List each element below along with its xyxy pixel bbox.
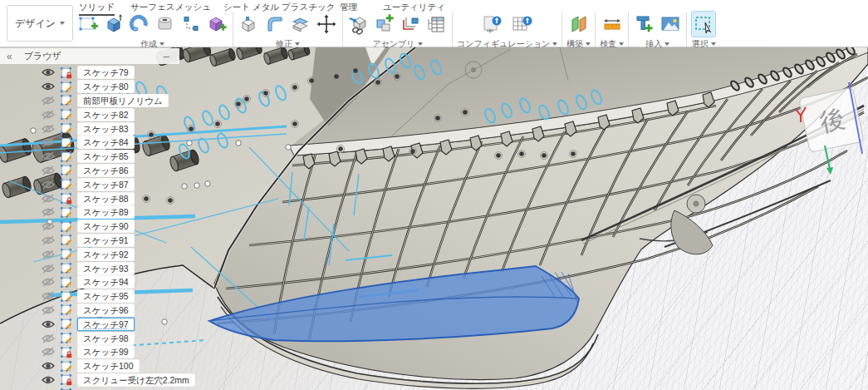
fillet-button[interactable]: [263, 12, 287, 37]
insert-derive-button[interactable]: [347, 12, 370, 37]
visibility-eye-off-icon[interactable]: [42, 221, 56, 232]
browser-item-17[interactable]: スケッチ95: [0, 289, 179, 304]
visibility-eye-off-icon[interactable]: [42, 304, 56, 315]
browser-item-label[interactable]: スケッチ87: [77, 178, 135, 191]
configuration-table-button[interactable]: [508, 12, 536, 37]
visibility-eye-off-icon[interactable]: [42, 137, 56, 148]
browser-item-label[interactable]: スケッチ91: [77, 234, 135, 247]
new-component-button[interactable]: [373, 12, 396, 37]
browser-item-label[interactable]: スケッチ83: [77, 122, 135, 136]
browser-item-4[interactable]: スケッチ82: [0, 107, 179, 121]
visibility-eye-off-icon[interactable]: [42, 193, 56, 204]
visibility-eye-off-icon[interactable]: [42, 207, 56, 218]
browser-item-label[interactable]: 前部甲板リノリウム: [77, 94, 169, 107]
configure-button[interactable]: [478, 12, 506, 37]
visibility-eye-off-icon[interactable]: [42, 291, 56, 302]
browser-item-label[interactable]: スケッチ79: [77, 66, 135, 79]
visibility-eye-icon[interactable]: [42, 81, 56, 92]
browser-item-11[interactable]: スケッチ89: [0, 205, 179, 220]
browser-item-7[interactable]: スケッチ85: [0, 150, 179, 164]
visibility-eye-icon[interactable]: [42, 361, 56, 372]
insert-canvas-button[interactable]: [659, 12, 682, 37]
browser-item-16[interactable]: スケッチ94: [0, 275, 179, 289]
browser-item-20[interactable]: スケッチ98: [0, 331, 179, 345]
browser-item-label[interactable]: スケッチ93: [77, 262, 135, 275]
visibility-eye-icon[interactable]: [42, 374, 56, 385]
insert-menu-button[interactable]: 挿入: [645, 38, 669, 50]
browser-item-label[interactable]: スケッチ95: [77, 289, 135, 303]
shell-button[interactable]: [289, 12, 312, 37]
visibility-eye-off-icon[interactable]: [42, 165, 56, 175]
pipe-button[interactable]: [179, 12, 203, 37]
configuration-menu-button[interactable]: コンフィギュレーション: [457, 38, 557, 50]
extrude-button[interactable]: [102, 12, 125, 37]
browser-item-label[interactable]: スケッチ86: [77, 164, 135, 177]
browser-item-label[interactable]: スケッチ98: [77, 332, 135, 345]
visibility-eye-off-icon[interactable]: [42, 179, 56, 190]
browser-item-label[interactable]: スケッチ82: [77, 108, 135, 121]
browser-item-18[interactable]: スケッチ96: [0, 304, 179, 318]
visibility-eye-off-icon[interactable]: [42, 263, 56, 274]
browser-item-22[interactable]: スケッチ100: [0, 359, 179, 373]
browser-item-label[interactable]: スケッチ80: [77, 80, 135, 93]
browser-item-5[interactable]: スケッチ83: [0, 121, 179, 136]
browser-item-label[interactable]: スケッチ90: [77, 220, 135, 233]
press-pull-button[interactable]: [238, 12, 261, 37]
measure-button[interactable]: [601, 12, 624, 37]
browser-item-15[interactable]: スケッチ93: [0, 261, 179, 275]
browser-item-19[interactable]: スケッチ97: [0, 317, 179, 331]
visibility-eye-off-icon[interactable]: [42, 151, 56, 162]
create-menu-button[interactable]: 作成: [140, 38, 164, 50]
browser-item-label[interactable]: スケッチ92: [77, 248, 135, 261]
browser-item-label[interactable]: スケッチ84: [77, 136, 135, 149]
revolve-button[interactable]: [128, 12, 151, 37]
collapse-panel-icon[interactable]: «: [7, 51, 12, 62]
hole-button[interactable]: [154, 12, 177, 37]
inspect-menu-button[interactable]: 検査: [600, 38, 624, 50]
visibility-eye-off-icon[interactable]: [42, 333, 56, 343]
minimize-panel-icon[interactable]: –: [164, 50, 169, 62]
visibility-eye-off-icon[interactable]: [42, 234, 56, 245]
visibility-eye-off-icon[interactable]: [42, 277, 56, 288]
joint-button[interactable]: [399, 12, 422, 37]
create-form-button[interactable]: [205, 12, 228, 37]
browser-item-12[interactable]: スケッチ90: [0, 220, 179, 234]
browser-item-1[interactable]: スケッチ79: [0, 66, 179, 80]
browser-item-label[interactable]: スクリュー受け左穴2.2mm: [77, 373, 195, 387]
browser-item-label[interactable]: スケッチ88: [77, 192, 135, 205]
browser-item-3[interactable]: 前部甲板リノリウム: [0, 94, 179, 108]
visibility-eye-off-icon[interactable]: [42, 347, 56, 358]
assemble-menu-button[interactable]: アセンブリ: [372, 38, 422, 50]
move-button[interactable]: [315, 12, 338, 37]
browser-item-partial[interactable]: [0, 387, 179, 390]
visibility-eye-off-icon[interactable]: [42, 123, 56, 134]
browser-item-6[interactable]: スケッチ84: [0, 136, 179, 150]
browser-item-label[interactable]: スケッチ100: [77, 359, 140, 373]
construct-plane-button[interactable]: [567, 12, 591, 37]
browser-item-label[interactable]: スケッチ97: [77, 318, 135, 331]
browser-item-label[interactable]: スケッチ89: [77, 205, 135, 219]
browser-item-13[interactable]: スケッチ91: [0, 234, 179, 248]
browser-item-9[interactable]: スケッチ87: [0, 177, 179, 191]
browser-item-21[interactable]: スケッチ99: [0, 345, 179, 359]
browser-item-14[interactable]: スケッチ92: [0, 247, 179, 261]
select-tool-button[interactable]: [691, 11, 716, 37]
browser-item-label[interactable]: スケッチ99: [77, 345, 135, 358]
visibility-eye-icon[interactable]: [42, 67, 56, 78]
browser-item-label[interactable]: スケッチ96: [77, 304, 135, 317]
browser-item-label[interactable]: スケッチ85: [77, 150, 135, 163]
visibility-eye-off-icon[interactable]: [42, 249, 56, 259]
browser-item-10[interactable]: スケッチ88: [0, 191, 179, 205]
visibility-eye-off-icon[interactable]: [42, 109, 56, 120]
bom-table-button[interactable]: [424, 12, 448, 37]
visibility-eye-icon[interactable]: [42, 318, 56, 329]
select-menu-button[interactable]: 選択: [692, 38, 716, 50]
visibility-eye-off-icon[interactable]: [42, 95, 56, 106]
modify-menu-button[interactable]: 修正: [276, 38, 300, 50]
browser-item-2[interactable]: スケッチ80: [0, 80, 179, 94]
browser-item-23[interactable]: スクリュー受け左穴2.2mm: [0, 373, 179, 388]
create-sketch-button[interactable]: [76, 12, 100, 37]
browser-item-label[interactable]: スケッチ94: [77, 275, 135, 289]
insert-decal-button[interactable]: [633, 12, 656, 37]
browser-item-8[interactable]: スケッチ86: [0, 164, 179, 178]
